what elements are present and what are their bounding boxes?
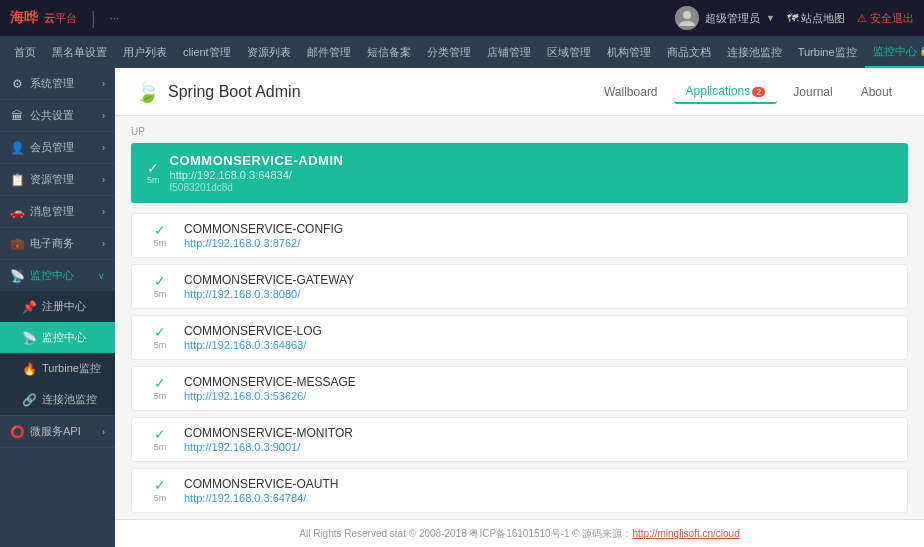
sidebar: ⚙ 系统管理 › 🏛 公共设置 › 👤 会员管理 › 📋 资源管理 › [0,68,115,547]
svg-point-1 [683,11,691,19]
nav-item-blacklist[interactable]: 黑名单设置 [44,36,115,68]
service-card-message[interactable]: ✓ 5m COMMONSERVICE-MESSAGE http://192.16… [131,366,908,411]
time-gateway: 5m [154,289,167,299]
sidebar-item-microservice-api[interactable]: ⭕ 微服务API › [0,416,115,447]
sidebar-item-turbine[interactable]: 🔥 Turbine监控 [0,353,115,384]
nav-item-pool-monitor[interactable]: 连接池监控 [719,36,790,68]
sidebar-item-ecom[interactable]: 💼 电子商务 › [0,228,115,259]
time-message: 5m [154,391,167,401]
registry-icon: 📌 [22,300,36,314]
service-card-config[interactable]: ✓ 5m COMMONSERVICE-CONFIG http://192.168… [131,213,908,258]
service-card-gateway[interactable]: ✓ 5m COMMONSERVICE-GATEWAY http://192.16… [131,264,908,309]
check-icon-gateway: ✓ [154,274,166,288]
logo-area: 海哗 云平台 | ··· [10,8,119,29]
api-icon: ⭕ [10,425,24,439]
footer-source-label: 源码来源： [582,527,632,541]
nav-item-monitor-center[interactable]: 监控中心 🔒 [865,36,924,68]
sidebar-sub-monitor: 📌 注册中心 📡 监控中心 🔥 Turbine监控 🔗 连接池监控 [0,291,115,415]
service-info-oauth: COMMONSERVICE-OAUTH http://192.168.0.3:6… [184,477,338,504]
nav-item-turbine-monitor[interactable]: Turbine监控 [790,36,865,68]
top-header: 海哗 云平台 | ··· 超级管理员 ▼ 🗺 站点地图 ⚠ 安 [0,0,924,36]
nav-item-resources[interactable]: 资源列表 [239,36,299,68]
monitor-icon: 📡 [10,269,24,283]
time-log: 5m [154,340,167,350]
nav-item-users[interactable]: 用户列表 [115,36,175,68]
sba-title: Spring Boot Admin [168,83,301,101]
footer-source-link[interactable]: http://minglisoft.cn/cloud [632,528,739,539]
sba-nav-about[interactable]: About [849,81,904,103]
service-name-oauth: COMMONSERVICE-OAUTH [184,477,338,491]
service-url-log[interactable]: http://192.168.0.3:64863/ [184,339,322,351]
nav-item-product-doc[interactable]: 商品文档 [659,36,719,68]
service-card-oauth[interactable]: ✓ 5m COMMONSERVICE-OAUTH http://192.168.… [131,468,908,513]
sidebar-item-registry[interactable]: 📌 注册中心 [0,291,115,322]
nav-item-sms[interactable]: 短信备案 [359,36,419,68]
nav-item-region[interactable]: 区域管理 [539,36,599,68]
service-card-log[interactable]: ✓ 5m COMMONSERVICE-LOG http://192.168.0.… [131,315,908,360]
user-icon: 👤 [10,141,24,155]
sidebar-item-monitor-center[interactable]: 📡 监控中心 [0,322,115,353]
nav-item-category[interactable]: 分类管理 [419,36,479,68]
sba-nav-applications[interactable]: Applications2 [674,80,778,104]
sba-nav-wallboard[interactable]: Wallboard [592,81,670,103]
footer-text: All Rights Reserved stat © 2008-2018 粤IC… [299,527,579,541]
nav-item-mail[interactable]: 邮件管理 [299,36,359,68]
service-url-config[interactable]: http://192.168.0.3:8762/ [184,237,343,249]
sidebar-item-resource-mgmt[interactable]: 📋 资源管理 › [0,164,115,195]
sidebar-section-ecom: 💼 电子商务 › [0,228,115,260]
sidebar-item-sys-mgmt[interactable]: ⚙ 系统管理 › [0,68,115,99]
username: 超级管理员 [705,11,760,26]
logo-sub: 云平台 [44,11,77,26]
service-info-monitor: COMMONSERVICE-MONITOR http://192.168.0.3… [184,426,353,453]
map-icon: 🗺 [787,12,798,24]
service-name-gateway: COMMONSERVICE-GATEWAY [184,273,354,287]
service-url-gateway[interactable]: http://192.168.0.3:8080/ [184,288,354,300]
main-service-card[interactable]: ✓ 5m COMMONSERVICE-ADMIN http://192.168.… [131,143,908,203]
nav-item-home[interactable]: 首页 [6,36,44,68]
service-name-log: COMMONSERVICE-LOG [184,324,322,338]
check-icon-message: ✓ [154,376,166,390]
service-url-monitor[interactable]: http://192.168.0.3:9001/ [184,441,353,453]
main-time: 5m [147,175,160,185]
main-check-icon: ✓ [147,161,159,175]
service-status-log: ✓ 5m [146,325,174,350]
service-card-monitor[interactable]: ✓ 5m COMMONSERVICE-MONITOR http://192.16… [131,417,908,462]
sba-header: 🍃 Spring Boot Admin Wallboard Applicatio… [115,68,924,116]
nav-item-client[interactable]: client管理 [175,36,239,68]
up-label: UP [131,126,908,137]
turbine-icon: 🔥 [22,362,36,376]
time-config: 5m [154,238,167,248]
service-status-monitor: ✓ 5m [146,427,174,452]
sba-nav: Wallboard Applications2 Journal About [592,80,904,104]
gear-icon: ⚙ [10,77,24,91]
nav-item-org[interactable]: 机构管理 [599,36,659,68]
nav-dots: ··· [110,12,119,24]
service-info-gateway: COMMONSERVICE-GATEWAY http://192.168.0.3… [184,273,354,300]
chevron-right-icon4: › [102,175,105,185]
sba-nav-journal[interactable]: Journal [781,81,844,103]
service-status-oauth: ✓ 5m [146,478,174,503]
sidebar-item-public-settings[interactable]: 🏛 公共设置 › [0,100,115,131]
site-map-btn[interactable]: 🗺 站点地图 [787,11,845,26]
vertical-divider: | [91,8,96,29]
sidebar-section-sys: ⚙ 系统管理 › [0,68,115,100]
sidebar-item-pool[interactable]: 🔗 连接池监控 [0,384,115,415]
service-status-gateway: ✓ 5m [146,274,174,299]
chevron-down-icon: ∨ [98,271,105,281]
sba-logo: 🍃 Spring Boot Admin [135,80,301,104]
service-name-monitor: COMMONSERVICE-MONITOR [184,426,353,440]
sidebar-section-monitor: 📡 监控中心 ∨ 📌 注册中心 📡 监控中心 🔥 Turbine监控 [0,260,115,416]
sidebar-section-member: 👤 会员管理 › [0,132,115,164]
leaf-icon: 🍃 [135,80,160,104]
service-url-oauth[interactable]: http://192.168.0.3:64784/ [184,492,338,504]
user-info[interactable]: 超级管理员 ▼ [675,6,775,30]
main-service-url[interactable]: http://192.168.0.3:64834/ [170,169,344,181]
nav-item-shop[interactable]: 店铺管理 [479,36,539,68]
sidebar-item-monitor-header[interactable]: 📡 监控中心 ∨ [0,260,115,291]
logout-btn[interactable]: ⚠ 安全退出 [857,11,914,26]
service-url-message[interactable]: http://192.168.0.3:53626/ [184,390,356,402]
sidebar-item-member-mgmt[interactable]: 👤 会员管理 › [0,132,115,163]
sidebar-item-msg-mgmt[interactable]: 🚗 消息管理 › [0,196,115,227]
chevron-right-icon7: › [102,427,105,437]
sidebar-section-public: 🏛 公共设置 › [0,100,115,132]
